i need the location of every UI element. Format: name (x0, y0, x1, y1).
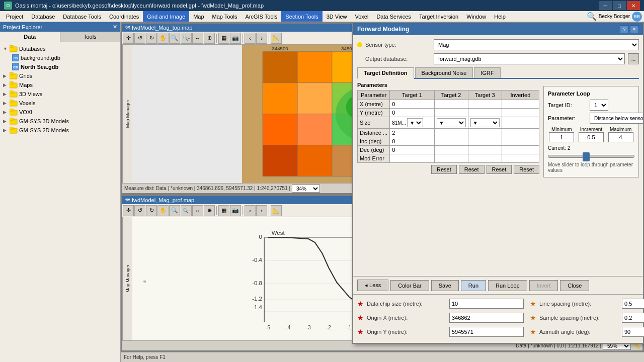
tb-crosshair[interactable]: ✛ (123, 33, 134, 44)
tb-zoom-out-p[interactable]: 🔍- (181, 205, 192, 216)
tb-redo[interactable]: ↻ (146, 33, 157, 44)
tab-data[interactable]: Data (0, 32, 60, 42)
input-chipsize[interactable] (449, 299, 524, 309)
menu-window[interactable]: Window (462, 11, 490, 22)
tree-item-northsea-gdb[interactable]: db North Sea.gdb (2, 62, 118, 71)
menu-help[interactable]: Help (490, 11, 510, 22)
loop-parameter-select[interactable]: Distance below sensor (590, 113, 643, 124)
input-x-t3[interactable] (470, 101, 500, 107)
run-loop-button[interactable]: Run Loop (488, 280, 527, 291)
tb-next[interactable]: › (256, 33, 267, 44)
menu-target-inversion[interactable]: Target Inversion (415, 11, 462, 22)
tree-item-background-gdb[interactable]: db background.gdb (2, 53, 118, 62)
input-x-t1[interactable] (392, 101, 432, 107)
tb-select[interactable]: ⊕ (204, 33, 215, 44)
input-moderr-inv[interactable] (504, 155, 537, 161)
max-input[interactable] (608, 132, 633, 142)
tb-undo-p[interactable]: ↺ (134, 205, 145, 216)
search-icon[interactable]: 🔍 (587, 12, 597, 21)
menu-arcgis[interactable]: ArcGIS Tools (241, 11, 281, 22)
color-bar-button[interactable]: Color Bar (390, 280, 429, 291)
input-originy[interactable] (449, 327, 524, 337)
close-dialog-button[interactable]: Close (560, 280, 589, 291)
menu-data-services[interactable]: Data Services (372, 11, 415, 22)
tab-target-def[interactable]: Target Definition (357, 67, 414, 79)
input-linespacing[interactable] (622, 299, 644, 309)
input-samplespacing[interactable] (622, 313, 644, 323)
reset-inv[interactable]: Reset (514, 165, 539, 174)
input-y-t1[interactable] (392, 110, 432, 116)
size-dropdown-t3[interactable]: ▼ (470, 118, 500, 127)
tab-tools[interactable]: Tools (60, 32, 121, 42)
tb-crosshair-p[interactable]: ✛ (123, 205, 134, 216)
input-azimuth[interactable] (622, 327, 644, 337)
reset-t1[interactable]: Reset (431, 165, 457, 174)
tree-item-grids[interactable]: ▶ Grids (2, 71, 118, 80)
output-db-browse[interactable]: ... (628, 53, 639, 64)
menu-database[interactable]: Database (27, 11, 59, 22)
input-dist-inv[interactable] (504, 130, 537, 136)
loop-target-id-select[interactable]: 123 (590, 100, 608, 111)
sensor-select[interactable]: Mag (434, 39, 639, 50)
tb-prev-p[interactable]: ‹ (245, 205, 256, 216)
menu-section-tools[interactable]: Section Tools (281, 11, 322, 22)
input-x-t2[interactable] (437, 101, 466, 107)
tb-screenshot[interactable]: 📷 (230, 33, 241, 44)
tree-item-gmsys3d[interactable]: ▶ GM-SYS 3D Models (2, 117, 118, 126)
menu-coordinates[interactable]: Coordinates (105, 11, 143, 22)
tb-fit[interactable]: ↔ (192, 33, 203, 44)
tree-item-databases[interactable]: ▼ Databases (2, 44, 118, 53)
maximize-button[interactable]: □ (613, 1, 626, 10)
zoom-select-top[interactable]: 34%50%75%100% (292, 185, 320, 193)
menu-map-tools[interactable]: Map Tools (208, 11, 242, 22)
min-input[interactable] (549, 132, 574, 142)
menu-project[interactable]: Project (2, 11, 27, 22)
menu-map[interactable]: Map (189, 11, 208, 22)
tb-fit-p[interactable]: ↔ (192, 205, 203, 216)
reset-t3[interactable]: Reset (487, 165, 512, 174)
input-moderr-t3[interactable] (470, 155, 500, 161)
input-dist-t1[interactable] (392, 130, 432, 136)
tree-item-3dviews[interactable]: ▶ 3D Views (2, 89, 118, 99)
invert-button[interactable]: Invert (529, 280, 558, 291)
tb-pan[interactable]: ✋ (157, 33, 169, 44)
tb-zoom-out[interactable]: 🔍- (181, 33, 192, 44)
input-dec-inv[interactable] (504, 147, 537, 153)
input-moderr-t1[interactable] (392, 155, 432, 161)
tb-grid-p[interactable]: ▦ (218, 205, 229, 216)
less-button[interactable]: ◂ Less (357, 280, 388, 291)
tb-measure[interactable]: 📐 (271, 33, 282, 44)
input-inc-inv[interactable] (504, 138, 537, 144)
tree-item-maps[interactable]: ▶ Maps (2, 80, 118, 89)
panel-close[interactable]: ✕ (113, 24, 117, 30)
input-dec-t3[interactable] (470, 147, 500, 153)
input-moderr-t2[interactable] (437, 155, 466, 161)
tb-zoom-in-p[interactable]: 🔍 (169, 205, 180, 216)
dialog-close-btn[interactable]: ✕ (630, 25, 639, 33)
tb-prev[interactable]: ‹ (245, 33, 256, 44)
menu-grid-image[interactable]: Grid and Image (143, 11, 189, 22)
tree-item-voxi[interactable]: ▶ VOXI (2, 108, 118, 117)
input-inc-t3[interactable] (470, 138, 500, 144)
dialog-help[interactable]: ? (620, 25, 629, 33)
size-dropdown-t2[interactable]: ▼ (437, 118, 466, 127)
run-button[interactable]: Run (461, 280, 486, 291)
map-manager-label-profile[interactable]: Map Manager (122, 217, 132, 340)
input-x-inv[interactable] (504, 101, 537, 107)
tab-igrf[interactable]: IGRF (474, 67, 500, 78)
tb-next-p[interactable]: › (256, 205, 267, 216)
input-y-t3[interactable] (470, 110, 500, 116)
input-originx[interactable] (449, 313, 524, 323)
tb-screenshot-p[interactable]: 📷 (230, 205, 241, 216)
input-y-t2[interactable] (437, 110, 466, 116)
tree-item-gmsys2d[interactable]: ▶ GM-SYS 2D Models (2, 126, 118, 135)
tb-select-p[interactable]: ⊕ (204, 205, 215, 216)
inc-input[interactable] (579, 132, 604, 142)
slider-thumb[interactable] (583, 152, 590, 161)
menu-database-tools[interactable]: Database Tools (59, 11, 105, 22)
input-dec-t1[interactable] (392, 147, 432, 153)
output-db-select[interactable]: forward_mag.gdb (434, 53, 625, 64)
menu-3d-view[interactable]: 3D View (323, 11, 351, 22)
tb-measure-p[interactable]: 📐 (271, 205, 282, 216)
tb-grid[interactable]: ▦ (218, 33, 229, 44)
